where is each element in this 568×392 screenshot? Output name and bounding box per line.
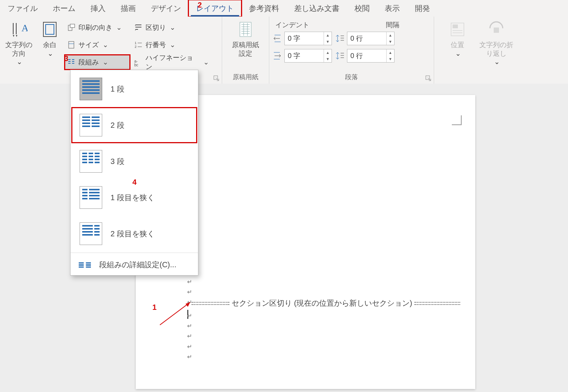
chevron-down-icon: ⌄ (48, 49, 53, 58)
text-wrap-label: 文字列の折 り返し (479, 41, 513, 58)
text-direction-label: 文字列の 方向 (5, 41, 32, 58)
svg-text:1: 1 (135, 41, 137, 45)
indent-title: インデント (272, 20, 352, 32)
columns-option-2[interactable]: 2 段 (72, 108, 196, 142)
position-button: 位置 ⌄ (445, 19, 470, 72)
size-button[interactable]: サイズ ⌄ (65, 38, 130, 52)
indent-right-input[interactable]: 0 字 ▲▼ (284, 49, 332, 63)
group-label-paragraph: 段落 (272, 71, 431, 84)
hyphenation-label: ハイフネーション (146, 53, 200, 71)
columns-more-icon: ≣≣ (78, 260, 92, 270)
position-label: 位置 (451, 41, 464, 49)
columns-more-settings[interactable]: ≣≣ 段組みの詳細設定(C)... (71, 254, 198, 275)
tab-insert[interactable]: 挿入 (83, 0, 113, 17)
chevron-down-icon: ⌄ (203, 58, 209, 66)
spacing-after-icon (335, 51, 345, 61)
indent-left-value: 0 字 (285, 32, 324, 45)
manuscript-paper-button[interactable]: 原稿用紙 設定 (230, 19, 261, 71)
paragraph-dialog-launcher[interactable] (425, 75, 431, 81)
margins-button[interactable]: 余白 ⌄ (37, 19, 63, 72)
size-label: サイズ (78, 40, 99, 49)
margin-corner-mark (452, 115, 462, 125)
spacing-before-input[interactable]: 0 行 ▲▼ (347, 32, 395, 45)
chevron-down-icon: ⌄ (494, 58, 500, 66)
spin-up[interactable]: ▲ (324, 32, 332, 38)
spin-up[interactable]: ▲ (387, 32, 394, 38)
chevron-down-icon: ⌄ (17, 58, 22, 66)
section-break-line: セクション区切り (現在の位置から新しいセクション) (192, 298, 460, 308)
svg-text:2: 2 (135, 45, 137, 49)
spacing-before-icon (335, 34, 345, 43)
tab-view[interactable]: 表示 (377, 0, 407, 17)
chevron-down-icon: ⌄ (103, 41, 108, 49)
columns-option-right-narrow[interactable]: 2 段目を狭く (72, 216, 196, 251)
ribbon-tabs: ファイル ホーム 挿入 描画 デザイン 2 レイアウト 参考資料 差し込み文書 … (0, 0, 568, 17)
hyphenation-icon: a-bc (134, 58, 143, 66)
columns-option-2-label: 2 段 (111, 120, 124, 130)
columns-dropdown: 1 段 4 2 段 3 段 1 段目を狭く (70, 70, 198, 276)
indent-left-input[interactable]: 0 字 ▲▼ (284, 32, 332, 45)
size-icon (67, 41, 75, 49)
orientation-icon (67, 23, 75, 32)
svg-text:A: A (21, 23, 28, 34)
columns-button[interactable]: 段組み ⌄ (65, 55, 130, 69)
group-label-manuscript: 原稿用紙 (225, 71, 266, 84)
line-numbers-label: 行番号 (146, 40, 166, 49)
margins-icon (41, 20, 59, 38)
tab-draw[interactable]: 描画 (113, 0, 143, 17)
tab-review[interactable]: 校閲 (347, 0, 377, 17)
breaks-icon (134, 23, 143, 32)
text-direction-icon: A (10, 20, 28, 38)
hyphenation-button[interactable]: a-bc ハイフネーション ⌄ (132, 55, 211, 69)
spin-up[interactable]: ▲ (387, 49, 394, 56)
tab-mailings[interactable]: 差し込み文書 (287, 0, 347, 17)
spin-down[interactable]: ▼ (324, 38, 332, 45)
manuscript-paper-label: 原稿用紙 設定 (232, 41, 259, 58)
columns-more-label: 段組みの詳細設定(C)... (99, 260, 176, 270)
tab-home[interactable]: ホーム (45, 0, 83, 17)
tab-design[interactable]: デザイン (143, 0, 189, 17)
columns-option-2-icon (80, 114, 102, 136)
columns-option-right-narrow-icon (80, 222, 102, 245)
columns-option-right-narrow-label: 2 段目を狭く (111, 229, 155, 239)
spin-down[interactable]: ▼ (387, 56, 394, 62)
chevron-down-icon: ⌄ (170, 23, 175, 32)
margins-label: 余白 (43, 41, 57, 49)
tab-file[interactable]: ファイル (0, 0, 45, 17)
columns-option-left-narrow-icon (80, 186, 102, 209)
indent-right-value: 0 字 (285, 49, 324, 62)
columns-option-1-label: 1 段 (111, 84, 124, 94)
columns-label: 段組み (78, 58, 99, 67)
tab-references[interactable]: 参考資料 (241, 0, 287, 17)
spacing-after-input[interactable]: 0 行 ▲▼ (347, 49, 395, 63)
indent-left-icon (272, 34, 282, 43)
position-icon (448, 20, 467, 38)
chevron-down-icon: ⌄ (103, 58, 108, 66)
spacing-title: 間隔 (352, 20, 431, 32)
tab-developer[interactable]: 開発 (407, 0, 438, 17)
spin-down[interactable]: ▼ (387, 38, 394, 45)
columns-option-left-narrow[interactable]: 1 段目を狭く (72, 180, 196, 215)
columns-option-3[interactable]: 3 段 (72, 144, 196, 179)
breaks-button[interactable]: 区切り ⌄ (132, 20, 211, 35)
paragraph-marks-after: ↵↵↵↵↵ (187, 311, 192, 362)
menu-separator (71, 253, 198, 253)
columns-option-left-narrow-label: 1 段目を狭く (111, 193, 155, 203)
svg-rect-39 (453, 24, 458, 28)
svg-rect-2 (46, 24, 54, 34)
orientation-button[interactable]: 印刷の向き ⌄ (65, 20, 130, 35)
spin-up[interactable]: ▲ (324, 49, 332, 56)
page-setup-dialog-launcher[interactable] (213, 75, 220, 81)
svg-rect-4 (70, 24, 75, 28)
spacing-after-value: 0 行 (347, 49, 386, 62)
breaks-label: 区切り (146, 23, 166, 32)
text-wrap-icon (487, 20, 505, 38)
chevron-down-icon: ⌄ (170, 41, 175, 49)
spin-down[interactable]: ▼ (324, 56, 332, 62)
manuscript-paper-icon (236, 20, 255, 38)
columns-option-1[interactable]: 1 段 (72, 72, 196, 106)
text-direction-button[interactable]: A 文字列の 方向 ⌄ (3, 19, 35, 72)
spacing-before-value: 0 行 (347, 32, 386, 45)
line-numbers-button[interactable]: 12 行番号 ⌄ (132, 38, 211, 52)
tab-layout[interactable]: レイアウト (189, 0, 241, 17)
